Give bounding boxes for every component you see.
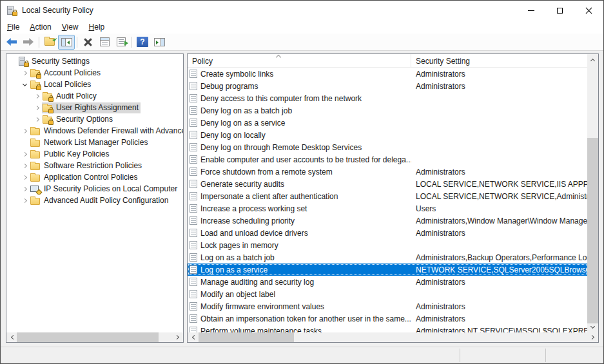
back-button[interactable] xyxy=(3,35,20,50)
policy-row[interactable]: Load and unload device driversAdministra… xyxy=(188,227,587,239)
tree-item[interactable]: Software Restriction Policies xyxy=(6,160,183,171)
policy-row[interactable]: Debug programsAdministrators xyxy=(188,80,587,92)
minimize-button[interactable] xyxy=(516,1,545,20)
menu-item-help[interactable]: Help xyxy=(84,21,110,33)
scrollbar-thumb[interactable] xyxy=(587,138,598,323)
folder-icon xyxy=(30,126,41,136)
forward-button[interactable] xyxy=(20,35,37,50)
column-header-row: Policy Security Setting xyxy=(188,54,587,68)
policy-icon xyxy=(190,119,197,127)
policy-name-label: Load and unload device drivers xyxy=(200,229,308,238)
tree-horizontal-scrollbar[interactable] xyxy=(6,332,183,342)
policy-name-cell: Deny log on locally xyxy=(188,131,411,140)
show-hide-console-tree-icon xyxy=(61,38,72,46)
policy-name-label: Increase a process working set xyxy=(200,204,307,213)
policy-name-cell: Lock pages in memory xyxy=(188,241,411,250)
scroll-right-button[interactable] xyxy=(172,332,183,342)
policy-row[interactable]: Increase scheduling priorityAdministrato… xyxy=(188,215,587,227)
scrollbar-thumb[interactable] xyxy=(17,332,159,342)
close-button[interactable] xyxy=(574,1,603,20)
properties-button[interactable] xyxy=(96,35,113,50)
expand-chevron-icon[interactable] xyxy=(32,102,42,113)
menu-item-view[interactable]: View xyxy=(57,21,84,33)
policy-row[interactable]: Modify firmware environment valuesAdmini… xyxy=(188,300,587,312)
policy-row[interactable]: Impersonate a client after authenticatio… xyxy=(188,190,587,202)
security-setting-cell: Administrators xyxy=(411,82,587,91)
policy-row[interactable]: Create symbolic linksAdministrators xyxy=(188,68,587,80)
policy-name-label: Manage auditing and security log xyxy=(200,278,314,287)
tree-item[interactable]: Security Settings xyxy=(6,55,183,67)
delete-button[interactable] xyxy=(79,35,96,50)
tree-item[interactable]: Audit Policy xyxy=(6,90,183,102)
policy-row[interactable]: Deny log on locally xyxy=(188,129,587,141)
maximize-button[interactable] xyxy=(545,1,574,20)
tree-item[interactable]: Advanced Audit Policy Configuration xyxy=(6,195,183,206)
expand-chevron-icon[interactable] xyxy=(20,160,30,171)
column-header-policy[interactable]: Policy xyxy=(188,54,411,67)
scroll-right-button[interactable] xyxy=(587,332,598,342)
policy-icon xyxy=(190,82,197,90)
collapse-chevron-icon[interactable] xyxy=(20,79,30,90)
policy-icon xyxy=(190,253,197,262)
policy-name-label: Perform volume maintenance tasks xyxy=(200,327,322,333)
policy-row[interactable]: Lock pages in memory xyxy=(188,239,587,251)
local-security-policy-window: Local Security Policy FileActionViewHelp… xyxy=(0,0,604,364)
expand-chevron-icon[interactable] xyxy=(20,183,30,195)
scrollbar-thumb[interactable] xyxy=(199,332,294,342)
list-vertical-scrollbar[interactable] xyxy=(587,54,598,332)
tree-item[interactable]: Account Policies xyxy=(6,67,183,79)
policy-row[interactable]: Deny log on through Remote Desktop Servi… xyxy=(188,141,587,153)
security-setting-cell: Administrators xyxy=(411,278,587,287)
policy-row[interactable]: Deny access to this computer from the ne… xyxy=(188,92,587,104)
show-hide-action-pane-button[interactable] xyxy=(151,35,168,50)
folder-icon xyxy=(30,138,41,148)
expand-chevron-icon[interactable] xyxy=(20,125,30,137)
expand-chevron-icon[interactable] xyxy=(20,171,30,183)
policy-row[interactable]: Force shutdown from a remote systemAdmin… xyxy=(188,166,587,178)
help-button[interactable]: ? xyxy=(134,35,151,50)
policy-row[interactable]: Increase a process working setUsers xyxy=(188,202,587,215)
policy-row[interactable]: Generate security auditsLOCAL SERVICE,NE… xyxy=(188,178,587,190)
show-hide-console-tree-button[interactable] xyxy=(58,35,75,50)
tree-item[interactable]: Public Key Policies xyxy=(6,148,183,160)
policy-row[interactable]: Deny log on as a batch job xyxy=(188,104,587,117)
policy-row[interactable]: Perform volume maintenance tasksAdminist… xyxy=(188,325,587,332)
export-list-button[interactable] xyxy=(113,35,130,50)
security-policy-icon xyxy=(6,6,17,15)
export-list-icon xyxy=(117,37,126,46)
tree-item[interactable]: IP Security Policies on Local Computer xyxy=(6,183,183,195)
menu-item-action[interactable]: Action xyxy=(24,21,56,33)
tree-item[interactable]: Security Options xyxy=(6,113,183,125)
folder-icon xyxy=(30,149,41,159)
policy-name-label: Enable computer and user accounts to be … xyxy=(200,155,411,164)
policy-row[interactable]: Modify an object label xyxy=(188,288,587,300)
policy-row[interactable]: Obtain an impersonation token for anothe… xyxy=(188,312,587,325)
menu-item-file[interactable]: File xyxy=(2,21,24,33)
expand-chevron-icon[interactable] xyxy=(20,148,30,160)
scroll-up-button[interactable] xyxy=(587,54,598,65)
tree-item-content: Local Policies xyxy=(30,79,93,90)
expand-chevron-icon[interactable] xyxy=(32,90,42,102)
column-header-security-setting[interactable]: Security Setting xyxy=(411,54,587,67)
scroll-left-button[interactable] xyxy=(6,332,17,342)
tree-item[interactable]: User Rights Assignment xyxy=(6,102,183,113)
tree-item[interactable]: Local Policies xyxy=(6,79,183,90)
policy-row[interactable]: Deny log on as a service xyxy=(188,117,587,129)
policy-row[interactable]: Log on as a batch jobAdministrators,Back… xyxy=(188,251,587,263)
policy-icon xyxy=(190,278,197,286)
expand-chevron-icon[interactable] xyxy=(20,67,30,79)
policy-row[interactable]: Enable computer and user accounts to be … xyxy=(188,153,587,166)
scroll-left-button[interactable] xyxy=(188,332,199,342)
up-one-level-button[interactable] xyxy=(41,35,58,50)
expand-chevron-icon[interactable] xyxy=(32,113,42,125)
tree-item[interactable]: Windows Defender Firewall with Advanced … xyxy=(6,125,183,137)
maximize-icon xyxy=(557,8,563,14)
policy-row[interactable]: Manage auditing and security logAdminist… xyxy=(188,276,587,288)
scroll-down-button[interactable] xyxy=(587,321,598,332)
policy-row[interactable]: Log on as a serviceNETWORK SERVICE,SQLSe… xyxy=(188,263,587,276)
tree-item[interactable]: Application Control Policies xyxy=(6,171,183,183)
expand-chevron-icon[interactable] xyxy=(20,195,30,206)
tree-item[interactable]: Network List Manager Policies xyxy=(6,137,183,148)
list-horizontal-scrollbar[interactable] xyxy=(188,332,598,342)
folder-icon xyxy=(30,173,41,182)
